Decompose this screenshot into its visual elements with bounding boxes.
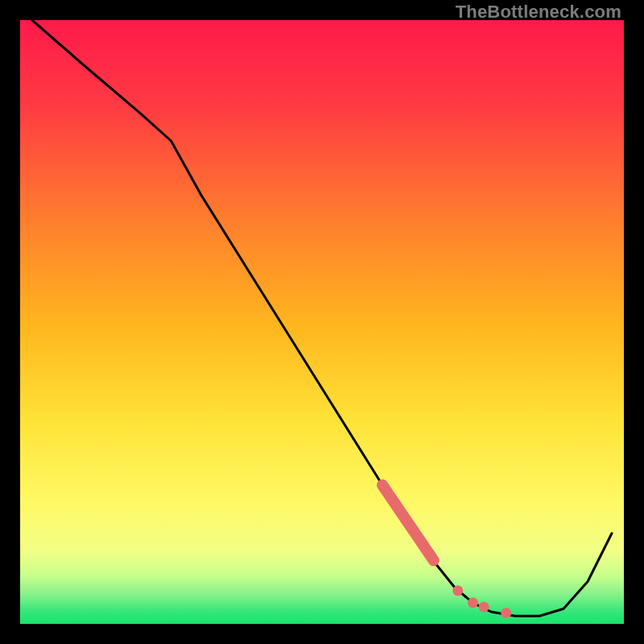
marker-dot	[501, 608, 511, 618]
marker-dot	[452, 585, 463, 596]
marker-dot	[468, 597, 478, 608]
chart-svg	[20, 20, 624, 624]
marker-dot	[479, 602, 489, 613]
chart-frame	[20, 20, 624, 624]
watermark-text: TheBottleneck.com	[456, 2, 621, 23]
gradient-background	[20, 20, 624, 624]
